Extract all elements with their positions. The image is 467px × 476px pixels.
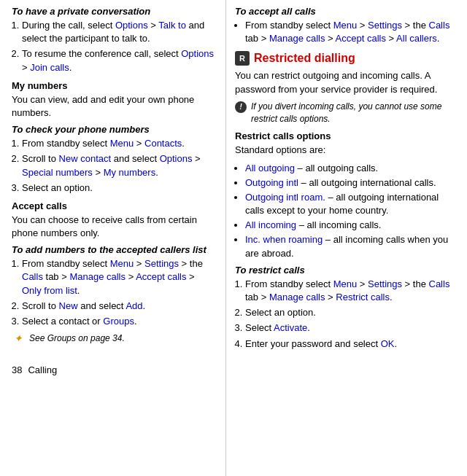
link-menu3[interactable]: Menu — [333, 20, 358, 31]
link-options2[interactable]: Options — [181, 48, 214, 59]
link-manage-calls3[interactable]: Manage calls — [269, 292, 325, 303]
link-mynumbers[interactable]: My numbers — [104, 167, 156, 178]
italic-heading-add-numbers: To add numbers to the accepted callers l… — [12, 244, 217, 255]
italic-heading-private: To have a private conversation — [12, 6, 217, 17]
link-outgoing-intl-roam[interactable]: Outgoing intl roam. — [245, 192, 325, 203]
page-label: Calling — [28, 364, 57, 375]
heading-restrict-options: Restrict calls options — [235, 130, 458, 141]
link-accept-calls[interactable]: Accept calls — [136, 271, 186, 282]
link-calls-tab2[interactable]: Calls — [429, 20, 450, 31]
italic-heading-accept-all: To accept all calls — [235, 6, 458, 17]
link-menu4[interactable]: Menu — [333, 278, 358, 289]
link-settings3[interactable]: Settings — [368, 278, 402, 289]
link-menu[interactable]: Menu — [110, 138, 134, 149]
italic-heading-check-numbers: To check your phone numbers — [12, 124, 217, 135]
page: To have a private conversation During th… — [0, 0, 467, 476]
step-item: Scroll to New and select Add. — [22, 300, 217, 313]
tip-icon: ✦ — [12, 332, 25, 346]
link-calls-tab[interactable]: Calls — [22, 271, 43, 282]
right-column: To accept all calls From standby select … — [226, 0, 467, 476]
page-number: 38 — [12, 364, 22, 375]
step-item: Scroll to New contact and select Options… — [22, 152, 217, 179]
link-accept-calls2[interactable]: Accept calls — [336, 33, 386, 44]
step-item: Select an option. — [22, 182, 217, 195]
link-settings[interactable]: Settings — [144, 258, 179, 269]
note-box: ! If you divert incoming calls, you cann… — [235, 101, 458, 125]
note-icon: ! — [235, 101, 247, 113]
link-calls-tab3[interactable]: Calls — [429, 278, 450, 289]
para-standard: Standard options are: — [235, 144, 458, 157]
step-item: From standby select Menu > Settings > th… — [245, 278, 458, 304]
step-item: Select Activate. — [245, 321, 458, 335]
link-all-incoming[interactable]: All incoming — [245, 219, 296, 230]
step-item: From standby select Menu > Settings > th… — [245, 19, 458, 45]
list-item: Outgoing intl – all outgoing internation… — [245, 176, 458, 190]
link-settings2[interactable]: Settings — [368, 20, 402, 31]
list-item: Inc. when roaming – all incoming calls w… — [245, 233, 458, 260]
steps-restrict-calls: From standby select Menu > Settings > th… — [245, 278, 458, 351]
restricted-icon: R — [235, 51, 250, 66]
list-item: All outgoing – all outgoing calls. — [245, 162, 458, 175]
steps-private-conversation: During the call, select Options > Talk t… — [22, 19, 217, 74]
link-newcontact[interactable]: New contact — [59, 153, 112, 164]
link-contacts[interactable]: Contacts — [144, 138, 182, 149]
tip-box: ✦ See Groups on page 34. — [12, 332, 217, 346]
link-options3[interactable]: Options — [160, 153, 193, 164]
link-options[interactable]: Options — [115, 20, 148, 31]
link-new[interactable]: New — [59, 300, 78, 311]
link-ok[interactable]: OK — [381, 338, 395, 349]
step-item: To resume the conference call, select Op… — [22, 47, 217, 74]
step-item: During the call, select Options > Talk t… — [22, 19, 217, 45]
list-item: Outgoing intl roam. – all outgoing inter… — [245, 191, 458, 217]
link-add[interactable]: Add — [126, 300, 142, 311]
link-inc-when-roaming[interactable]: Inc. when roaming — [245, 234, 323, 245]
link-allcallers[interactable]: All callers — [396, 33, 437, 44]
para-my-numbers: You can view, add and edit your own phon… — [12, 93, 217, 120]
link-specialnumbers[interactable]: Special numbers — [22, 167, 93, 178]
para-accept-calls: You can choose to receive calls from cer… — [12, 214, 217, 240]
left-column: To have a private conversation During th… — [0, 0, 226, 476]
section-heading-restricted: R Restricted dialling — [235, 51, 458, 66]
link-outgoing-intl[interactable]: Outgoing intl — [245, 177, 298, 188]
page-footer: 38 Calling — [12, 350, 217, 375]
link-menu2[interactable]: Menu — [110, 258, 134, 269]
link-all-outgoing[interactable]: All outgoing — [245, 163, 295, 173]
step-item: Select a contact or Groups. — [22, 315, 217, 328]
link-activate[interactable]: Activate — [274, 322, 307, 333]
step-item: From standby select Menu > Settings > th… — [22, 257, 217, 297]
link-groups[interactable]: Groups — [103, 316, 134, 327]
link-manage-calls2[interactable]: Manage calls — [269, 33, 325, 44]
step-item: From standby select Menu > Contacts. — [22, 137, 217, 150]
tip-text: See Groups on page 34. — [29, 332, 125, 345]
step-item: Select an option. — [245, 306, 458, 319]
steps-check-numbers: From standby select Menu > Contacts. Scr… — [22, 137, 217, 195]
link-talkto[interactable]: Talk to — [158, 20, 186, 31]
section-title: Restricted dialling — [254, 52, 355, 65]
steps-add-numbers: From standby select Menu > Settings > th… — [22, 257, 217, 328]
heading-accept-calls: Accept calls — [12, 200, 217, 211]
link-joincalls[interactable]: Join calls — [30, 62, 69, 73]
bullet-list-restrict-options: All outgoing – all outgoing calls. Outgo… — [245, 162, 458, 260]
link-restrict-calls[interactable]: Restrict calls — [336, 292, 390, 303]
steps-accept-all: From standby select Menu > Settings > th… — [245, 19, 458, 45]
para-restricted: You can restrict outgoing and incoming c… — [235, 69, 458, 95]
link-manage-calls[interactable]: Manage calls — [69, 271, 126, 282]
list-item: All incoming – all incoming calls. — [245, 219, 458, 232]
step-item: Enter your password and select OK. — [245, 338, 458, 351]
heading-my-numbers: My numbers — [12, 80, 217, 91]
note-text: If you divert incoming calls, you cannot… — [251, 101, 458, 125]
link-onlyfromlist[interactable]: Only from list — [22, 285, 77, 296]
italic-heading-restrict-calls: To restrict calls — [235, 265, 458, 276]
